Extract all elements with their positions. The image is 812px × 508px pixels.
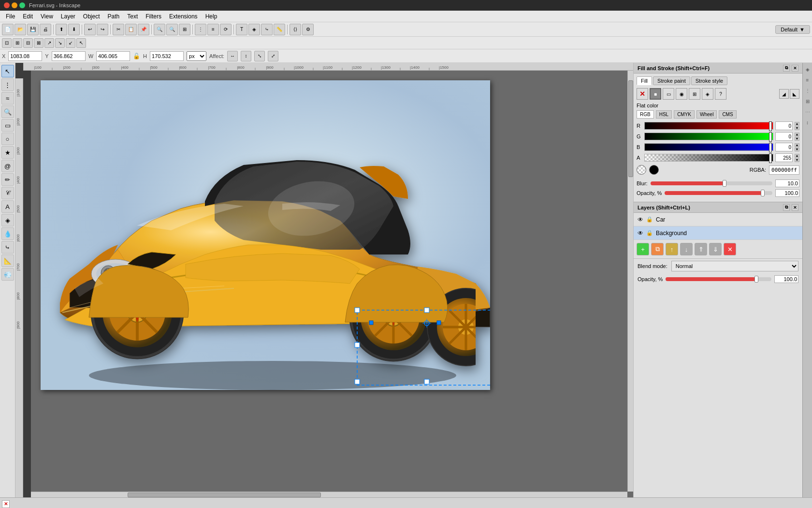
rgba-value[interactable]: 000000ff bbox=[769, 165, 799, 175]
fill-linear-btn[interactable]: ▭ bbox=[663, 88, 674, 100]
open-button[interactable]: 📂 bbox=[14, 24, 26, 35]
fill-flat-btn[interactable]: ■ bbox=[650, 88, 661, 100]
gradient-button[interactable]: ◈ bbox=[248, 24, 260, 35]
color-preview-left[interactable] bbox=[637, 165, 646, 175]
snap-btn-7[interactable]: ↙ bbox=[66, 38, 75, 48]
panel-close-btn[interactable]: ✕ bbox=[792, 65, 798, 72]
close-button[interactable] bbox=[4, 2, 10, 8]
menu-extensions[interactable]: Extensions bbox=[165, 12, 202, 21]
g-slider[interactable] bbox=[644, 133, 773, 140]
blur-input[interactable] bbox=[775, 179, 799, 187]
maximize-button[interactable] bbox=[19, 2, 25, 8]
zoom-fit-button[interactable]: ⊞ bbox=[179, 24, 190, 35]
snap-btn-6[interactable]: ↘ bbox=[55, 38, 65, 48]
strip-icon-2[interactable]: ≡ bbox=[803, 75, 812, 84]
car-lock-icon[interactable]: 🔒 bbox=[646, 216, 653, 223]
strip-icon-4[interactable]: ⊞ bbox=[803, 97, 812, 105]
save-button[interactable]: 💾 bbox=[27, 24, 39, 35]
v-scrollbar-thumb[interactable] bbox=[628, 80, 633, 177]
lower-layer-btn[interactable]: ↓ bbox=[680, 243, 693, 255]
strip-icon-3[interactable]: ⋮ bbox=[803, 86, 812, 95]
menu-path[interactable]: Path bbox=[104, 12, 124, 21]
x-input[interactable] bbox=[8, 51, 42, 61]
strip-icon-5[interactable]: ⋯ bbox=[803, 107, 812, 116]
fill-none-btn[interactable]: ✕ bbox=[637, 88, 648, 100]
tab-cmyk[interactable]: CMYK bbox=[674, 110, 695, 119]
layer-opacity-thumb[interactable] bbox=[754, 276, 758, 283]
opacity-slider[interactable] bbox=[665, 191, 772, 195]
g-up-btn[interactable]: ▲ bbox=[795, 133, 799, 136]
copy-button[interactable]: 📋 bbox=[125, 24, 137, 35]
menu-help[interactable]: Help bbox=[202, 12, 221, 21]
b-input[interactable] bbox=[775, 143, 793, 151]
car-visibility-icon[interactable]: 👁 bbox=[638, 216, 643, 223]
tab-stroke-paint[interactable]: Stroke paint bbox=[653, 76, 690, 85]
text-tool-button[interactable]: T bbox=[236, 24, 247, 35]
tab-wheel[interactable]: Wheel bbox=[696, 110, 717, 119]
layers-close-btn[interactable]: ✕ bbox=[792, 204, 798, 211]
blur-slider[interactable] bbox=[651, 181, 772, 185]
canvas-area[interactable] bbox=[31, 71, 633, 497]
callig-tool[interactable]: 𝒞 bbox=[1, 187, 14, 199]
measure-tool[interactable]: 📐 bbox=[1, 254, 14, 267]
cut-button[interactable]: ✂ bbox=[113, 24, 124, 35]
pencil-tool[interactable]: ✏ bbox=[1, 173, 14, 186]
snap-btn-1[interactable]: ⊡ bbox=[2, 38, 12, 48]
export-button[interactable]: ⬇ bbox=[68, 24, 80, 35]
palette-none-swatch[interactable]: ✕ bbox=[2, 500, 10, 508]
lock-icon[interactable]: 🔓 bbox=[133, 53, 140, 60]
connector-button[interactable]: ⤷ bbox=[261, 24, 273, 35]
new-button[interactable]: 📄 bbox=[2, 24, 14, 35]
w-input[interactable] bbox=[96, 51, 130, 61]
menu-edit[interactable]: Edit bbox=[19, 12, 37, 21]
blend-select[interactable]: Normal Multiply Screen Overlay bbox=[671, 261, 798, 271]
layer-background[interactable]: 👁 🔒 Background bbox=[634, 226, 802, 240]
undo-button[interactable]: ↩ bbox=[84, 24, 96, 35]
paste-button[interactable]: 📌 bbox=[138, 24, 149, 35]
align-button[interactable]: ≡ bbox=[207, 24, 219, 35]
spiral-tool[interactable]: @ bbox=[1, 160, 14, 172]
y-input[interactable] bbox=[52, 51, 86, 61]
tab-hsl[interactable]: HSL bbox=[656, 110, 672, 119]
v-scrollbar[interactable] bbox=[627, 71, 633, 492]
xml-editor-button[interactable]: ⟨⟩ bbox=[290, 24, 301, 35]
snap-btn-3[interactable]: ⊟ bbox=[23, 38, 33, 48]
snap-btn-8[interactable]: ↖ bbox=[76, 38, 86, 48]
bg-visibility-icon[interactable]: 👁 bbox=[638, 230, 643, 237]
panel-detach-btn[interactable]: ⧉ bbox=[783, 65, 790, 72]
blur-slider-thumb[interactable] bbox=[723, 180, 726, 187]
window-controls[interactable] bbox=[4, 2, 25, 8]
zoom-tool[interactable]: 🔍 bbox=[1, 105, 14, 118]
print-button[interactable]: 🖨 bbox=[40, 24, 51, 35]
to-top-layer-btn[interactable]: ⇑ bbox=[695, 243, 707, 255]
tab-cms[interactable]: CMS bbox=[719, 110, 736, 119]
layer-opacity-slider[interactable] bbox=[666, 277, 771, 281]
snap-btn-5[interactable]: ↗ bbox=[44, 38, 54, 48]
fill-swatch-btn[interactable]: ◈ bbox=[702, 88, 713, 100]
default-dropdown[interactable]: Default ▼ bbox=[775, 25, 810, 34]
redo-button[interactable]: ↪ bbox=[97, 24, 108, 35]
add-layer-btn[interactable]: + bbox=[637, 243, 649, 255]
tab-rgb[interactable]: RGB bbox=[637, 110, 654, 119]
tweak-tool[interactable]: ≈ bbox=[1, 92, 14, 105]
circle-tool[interactable]: ○ bbox=[1, 133, 14, 145]
a-slider[interactable] bbox=[644, 154, 773, 162]
zoom-in-button[interactable]: 🔍 bbox=[154, 24, 165, 35]
layer-car[interactable]: 👁 🔒 Car bbox=[634, 213, 802, 226]
affect-btn-1[interactable]: ↔ bbox=[227, 51, 238, 61]
snap-btn-2[interactable]: ⊞ bbox=[13, 38, 22, 48]
menu-filters[interactable]: Filters bbox=[142, 12, 165, 21]
tab-fill[interactable]: Fill bbox=[637, 76, 652, 85]
text-tool[interactable]: A bbox=[1, 200, 14, 213]
affect-btn-4[interactable]: ⤢ bbox=[268, 51, 278, 61]
fill-paint-server-btn2[interactable]: ◣ bbox=[790, 89, 799, 99]
menu-object[interactable]: Object bbox=[79, 12, 104, 21]
strip-icon-1[interactable]: ◈ bbox=[803, 65, 812, 74]
nodes-button[interactable]: ⋮ bbox=[195, 24, 206, 35]
select-tool[interactable]: ↖ bbox=[1, 65, 14, 77]
layers-detach-btn[interactable]: ⧉ bbox=[783, 204, 790, 211]
layer-opacity-input[interactable] bbox=[774, 275, 798, 283]
h-scrollbar[interactable] bbox=[31, 492, 627, 497]
star-tool[interactable]: ★ bbox=[1, 146, 14, 159]
settings-button[interactable]: ⚙ bbox=[302, 24, 314, 35]
